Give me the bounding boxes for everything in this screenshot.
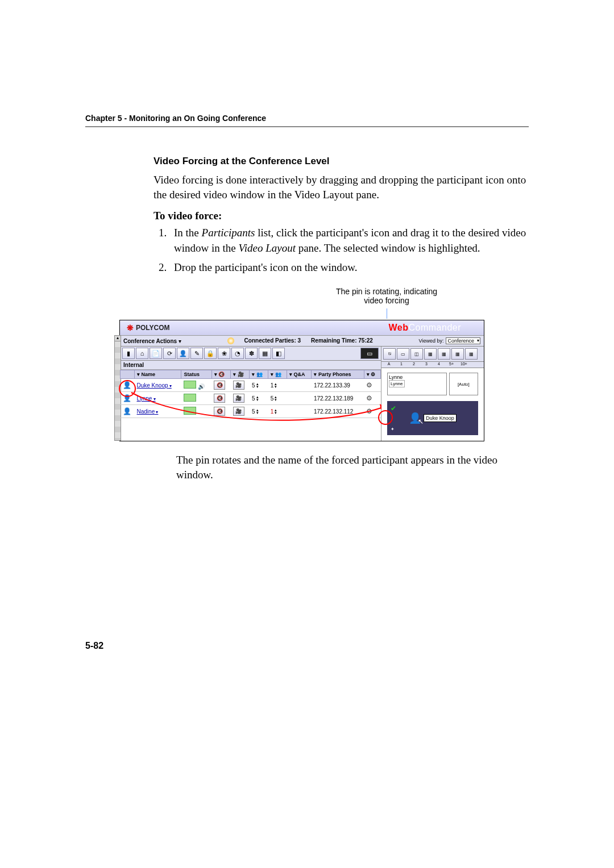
tool-btn-2[interactable]: ⌂ bbox=[136, 348, 148, 359]
camera-toggle[interactable]: 🎥 bbox=[233, 407, 244, 416]
col-name[interactable]: ▾ Name bbox=[135, 370, 181, 379]
remaining-time: Remaining Time: 75:22 bbox=[311, 337, 373, 344]
status-chip bbox=[184, 407, 196, 415]
num-a[interactable]: 5▴▾ bbox=[252, 395, 259, 402]
status-orb-icon bbox=[227, 337, 234, 344]
layout-option-A[interactable]: ⧅ bbox=[383, 348, 396, 360]
status-chip bbox=[184, 381, 196, 389]
table-row[interactable]: 👤 Nadine 🔇 🎥 5▴▾ 1▴▾ 172.22.132.112 ⚙ bbox=[121, 405, 381, 418]
polycom-logo: ❋ POLYCOM bbox=[120, 323, 170, 332]
procedure-heading: To video force: bbox=[154, 210, 529, 222]
annotation-circle-pin bbox=[378, 410, 393, 425]
mute-toggle[interactable]: 🔇 bbox=[214, 381, 225, 390]
mute-toggle[interactable]: 🔇 bbox=[214, 407, 225, 416]
info-bar: Conference Actions ▾ Connected Parties: … bbox=[120, 336, 484, 347]
tool-btn-7[interactable]: 🔒 bbox=[204, 348, 217, 359]
layout-preview: Lynne Lynne [Auto] bbox=[387, 373, 478, 395]
gear-icon[interactable]: ⚙ bbox=[366, 407, 372, 415]
col-qa[interactable]: ▾ Q&A bbox=[287, 370, 311, 379]
col-a[interactable]: ▾ 👥 bbox=[250, 370, 268, 379]
app-brand: WebCommander bbox=[388, 323, 484, 333]
num-a[interactable]: 5▴▾ bbox=[252, 408, 259, 415]
layout-option-3[interactable]: ▦ bbox=[424, 348, 437, 360]
left-toolbar: ▮ ⌂ 📄 ⟳ 👤 ✎ 🔒 ❀ ◔ ✽ ▦ ◧ ▭ bbox=[120, 347, 381, 361]
video-layout-pane: ⧅ ▭ ◫ ▦ ▦ ▦ ▦ A 1 2 3 4 5+ 10+ bbox=[381, 347, 484, 441]
layout-slot-1[interactable]: Lynne Lynne bbox=[387, 373, 447, 395]
chevron-down-icon: ▾ bbox=[179, 338, 181, 344]
participant-name[interactable]: Duke Knoop bbox=[137, 382, 172, 389]
tool-btn-4[interactable]: ⟳ bbox=[163, 348, 176, 359]
webcommander-screenshot: ▴ ❋ POLYCOM WebCommander Conference Acti… bbox=[119, 320, 484, 441]
intro-paragraph: Video forcing is done interactively by d… bbox=[154, 173, 529, 202]
table-header: ▾ Name Status ▾ 🔇 ▾ 🎥 ▾ 👥 ▾ 👥 ▾ Q&A ▾ Pa… bbox=[121, 370, 381, 379]
layout-selector-row: ⧅ ▭ ◫ ▦ ▦ ▦ ▦ bbox=[381, 347, 484, 362]
annotation-circle-icon bbox=[119, 380, 136, 397]
step-2: Drop the participant's icon on the windo… bbox=[169, 260, 529, 276]
camera-toggle[interactable]: 🎥 bbox=[233, 394, 244, 403]
figure-callout: The pin is rotating, indicating video fo… bbox=[335, 287, 438, 305]
layout-option-2[interactable]: ◫ bbox=[410, 348, 423, 360]
callout-leader-line bbox=[387, 308, 387, 319]
tool-btn-6[interactable]: ✎ bbox=[190, 348, 203, 359]
page-number: 5-82 bbox=[85, 641, 529, 651]
layout-drop-window[interactable]: ✔ ✦ 👤↖ Duke Knoop bbox=[387, 401, 478, 435]
connected-parties: Connected Parties: 3 bbox=[244, 337, 301, 344]
num-a[interactable]: 5▴▾ bbox=[252, 382, 259, 389]
drag-handle-icon: ✦ bbox=[391, 427, 395, 432]
num-b[interactable]: 1▴▾ bbox=[271, 408, 277, 415]
participant-icon[interactable]: 👤 bbox=[123, 407, 131, 415]
layout-option-10plus[interactable]: ▦ bbox=[465, 348, 478, 360]
participant-name[interactable]: Lynne bbox=[137, 395, 156, 402]
phone-value: 172.22.132.189 bbox=[312, 392, 364, 405]
tool-btn-layout[interactable]: ▭ bbox=[360, 348, 379, 359]
speaker-icon: 🔊 bbox=[198, 383, 205, 390]
gear-icon[interactable]: ⚙ bbox=[366, 394, 372, 402]
col-gear[interactable]: ▾ ⚙ bbox=[364, 370, 380, 379]
tool-btn-1[interactable]: ▮ bbox=[122, 348, 135, 359]
slot-name: Lynne bbox=[389, 374, 445, 380]
layout-slot-2[interactable]: [Auto] bbox=[449, 373, 478, 395]
tool-btn-8[interactable]: ❀ bbox=[218, 348, 230, 359]
tool-btn-11[interactable]: ▦ bbox=[259, 348, 271, 359]
gear-icon[interactable]: ⚙ bbox=[366, 381, 372, 389]
tool-btn-5[interactable]: 👤 bbox=[177, 348, 189, 359]
section-title: Video Forcing at the Conference Level bbox=[154, 156, 529, 167]
group-title: Internal bbox=[120, 361, 381, 370]
drag-participant-icon: 👤↖ bbox=[409, 412, 421, 424]
col-mute[interactable]: ▾ 🔇 bbox=[211, 370, 230, 379]
app-titlebar: ❋ POLYCOM WebCommander bbox=[120, 320, 484, 336]
logo-text: POLYCOM bbox=[136, 324, 170, 332]
participant-name[interactable]: Nadine bbox=[137, 408, 159, 415]
col-phones[interactable]: ▾ Party Phones bbox=[312, 370, 364, 379]
num-b[interactable]: 5▴▾ bbox=[271, 395, 277, 402]
chapter-header: Chapter 5 - Monitoring an On Going Confe… bbox=[85, 114, 529, 123]
procedure-list: In the Participants list, click the part… bbox=[154, 226, 529, 276]
col-status[interactable]: Status bbox=[181, 370, 211, 379]
phone-value: 172.22.132.112 bbox=[312, 405, 364, 418]
header-rule bbox=[85, 126, 529, 127]
tool-btn-9[interactable]: ◔ bbox=[231, 348, 244, 359]
tool-btn-12[interactable]: ◧ bbox=[272, 348, 285, 359]
col-b[interactable]: ▾ 👥 bbox=[268, 370, 287, 379]
step-1: In the Participants list, click the part… bbox=[169, 226, 529, 256]
layout-option-5plus[interactable]: ▦ bbox=[451, 348, 464, 360]
tool-btn-3[interactable]: 📄 bbox=[150, 348, 162, 359]
camera-toggle[interactable]: 🎥 bbox=[233, 381, 244, 390]
viewed-by-label: Viewed by: bbox=[419, 338, 444, 344]
num-b[interactable]: 1▴▾ bbox=[271, 382, 277, 389]
conference-actions-menu[interactable]: Conference Actions ▾ bbox=[123, 338, 181, 344]
mute-toggle[interactable]: 🔇 bbox=[214, 394, 225, 403]
logo-icon: ❋ bbox=[127, 323, 134, 332]
table-row[interactable]: 👤 Duke Knoop 🔊 🔇 🎥 5▴▾ 1▴▾ 172.22.133.39… bbox=[121, 379, 381, 392]
phone-value: 172.22.133.39 bbox=[312, 379, 364, 392]
participants-table: ▾ Name Status ▾ 🔇 ▾ 🎥 ▾ 👥 ▾ 👥 ▾ Q&A ▾ Pa… bbox=[120, 370, 381, 418]
tool-btn-10[interactable]: ✽ bbox=[245, 348, 258, 359]
layout-option-4[interactable]: ▦ bbox=[438, 348, 450, 360]
cursor-icon: ↖ bbox=[418, 418, 424, 425]
col-camera[interactable]: ▾ 🎥 bbox=[231, 370, 250, 379]
table-row[interactable]: 👤 Lynne 🔇 🎥 5▴▾ 5▴▾ 172.22.132.189 ⚙ bbox=[121, 392, 381, 405]
layout-option-1[interactable]: ▭ bbox=[397, 348, 409, 360]
post-figure-text: The pin rotates and the name of the forc… bbox=[176, 453, 529, 482]
pin-icon: ✔ bbox=[391, 404, 396, 412]
viewed-by-dropdown[interactable]: Conference bbox=[446, 337, 480, 344]
